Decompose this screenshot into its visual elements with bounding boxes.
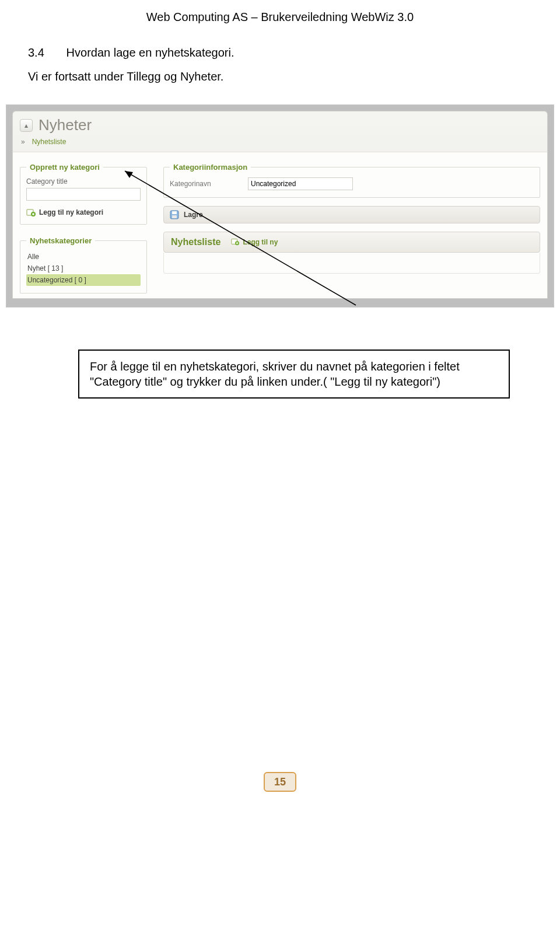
- news-list-title: Nyhetsliste: [171, 237, 220, 247]
- category-title-label: Category title: [26, 177, 141, 186]
- add-icon: [231, 237, 240, 247]
- add-category-label: Legg til ny kategori: [39, 208, 103, 216]
- section-title-text: Hvordan lage en nyhetskategori.: [66, 46, 235, 59]
- breadcrumb: » Nyhetsliste: [13, 134, 547, 152]
- breadcrumb-sep: »: [21, 138, 25, 146]
- category-name-label: Kategorinavn: [170, 180, 234, 188]
- add-new-link[interactable]: Legg til ny: [231, 237, 278, 247]
- add-icon: [26, 208, 36, 217]
- callout-text: For å legge til en nyhetskategori, skriv…: [90, 360, 460, 388]
- save-icon: [170, 210, 179, 219]
- arrow-up-icon: ▴: [24, 121, 28, 130]
- categories-legend: Nyhetskategorier: [26, 236, 95, 245]
- doc-header: Web Computing AS – Brukerveiledning WebW…: [0, 0, 560, 27]
- page-number: 15: [274, 776, 286, 788]
- category-title-input[interactable]: [26, 188, 141, 201]
- callout-box: For å legge til en nyhetskategori, skriv…: [78, 350, 510, 399]
- category-info-panel: Kategoriinformasjon Kategorinavn: [163, 163, 540, 198]
- category-row-uncategorized[interactable]: Uncategorized [ 0 ]: [26, 274, 141, 286]
- section-number: 3.4: [28, 46, 63, 60]
- category-name-input[interactable]: [248, 177, 353, 190]
- svg-rect-4: [172, 215, 177, 218]
- create-category-legend: Opprett ny kategori: [26, 163, 103, 172]
- section-heading: 3.4 Hvordan lage en nyhetskategori.: [0, 27, 560, 63]
- breadcrumb-link[interactable]: Nyhetsliste: [32, 138, 66, 146]
- page-title: Nyheter: [38, 116, 92, 134]
- news-list-body: [163, 253, 540, 274]
- page-number-badge: 15: [264, 772, 296, 792]
- screenshot-frame: ▴ Nyheter » Nyhetsliste Opprett ny kateg…: [6, 104, 554, 307]
- category-row-nyhet[interactable]: Nyhet [ 13 ]: [26, 263, 141, 274]
- add-category-link[interactable]: Legg til ny kategori: [26, 208, 141, 217]
- save-label: Lagre: [184, 211, 203, 219]
- categories-panel: Nyhetskategorier Alle Nyhet [ 13 ] Uncat…: [20, 236, 147, 293]
- category-row-all[interactable]: Alle: [26, 251, 141, 263]
- up-button[interactable]: ▴: [20, 119, 33, 132]
- intro-paragraph: Vi er fortsatt under Tillegg og Nyheter.: [0, 63, 560, 83]
- category-info-legend: Kategoriinformasjon: [170, 163, 251, 172]
- save-button[interactable]: Lagre: [163, 206, 540, 223]
- svg-rect-3: [172, 211, 177, 214]
- news-list-header: Nyhetsliste Legg til ny: [163, 232, 540, 253]
- create-category-panel: Opprett ny kategori Category title: [20, 163, 147, 225]
- add-new-label: Legg til ny: [243, 238, 278, 246]
